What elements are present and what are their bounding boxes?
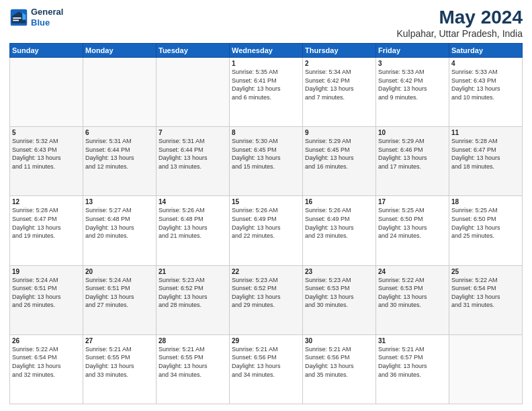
day-number: 22	[232, 268, 300, 275]
day-number: 25	[451, 268, 520, 275]
day-number: 3	[378, 60, 447, 67]
day-details: Sunrise: 5:29 AM Sunset: 6:45 PM Dayligh…	[305, 137, 373, 171]
day-details: Sunrise: 5:31 AM Sunset: 6:44 PM Dayligh…	[159, 137, 227, 171]
day-cell: 28Sunrise: 5:21 AM Sunset: 6:55 PM Dayli…	[157, 334, 230, 404]
day-cell: 19Sunrise: 5:24 AM Sunset: 6:51 PM Dayli…	[10, 265, 83, 334]
day-number: 9	[305, 129, 373, 136]
day-details: Sunrise: 5:22 AM Sunset: 6:54 PM Dayligh…	[12, 345, 81, 379]
day-number: 7	[159, 129, 227, 136]
day-cell: 30Sunrise: 5:21 AM Sunset: 6:56 PM Dayli…	[303, 334, 376, 404]
day-details: Sunrise: 5:29 AM Sunset: 6:46 PM Dayligh…	[378, 137, 447, 171]
day-number: 8	[232, 129, 300, 136]
day-number: 12	[12, 198, 81, 205]
day-cell: 2Sunrise: 5:34 AM Sunset: 6:42 PM Daylig…	[303, 58, 376, 127]
svg-rect-4	[13, 19, 19, 21]
day-details: Sunrise: 5:21 AM Sunset: 6:55 PM Dayligh…	[159, 345, 227, 379]
day-details: Sunrise: 5:21 AM Sunset: 6:57 PM Dayligh…	[378, 345, 447, 379]
day-details: Sunrise: 5:24 AM Sunset: 6:51 PM Dayligh…	[85, 276, 154, 310]
logo-text: General Blue	[31, 7, 63, 28]
day-cell: 14Sunrise: 5:26 AM Sunset: 6:48 PM Dayli…	[157, 196, 230, 265]
day-number: 15	[232, 198, 300, 205]
col-tuesday: Tuesday	[157, 44, 230, 58]
day-cell: 27Sunrise: 5:21 AM Sunset: 6:55 PM Dayli…	[83, 334, 157, 404]
col-thursday: Thursday	[303, 44, 376, 58]
day-cell: 9Sunrise: 5:29 AM Sunset: 6:45 PM Daylig…	[303, 127, 376, 196]
day-number: 20	[85, 268, 154, 275]
day-number: 4	[451, 60, 520, 67]
day-number: 31	[378, 337, 447, 345]
day-details: Sunrise: 5:23 AM Sunset: 6:53 PM Dayligh…	[305, 276, 373, 310]
day-details: Sunrise: 5:22 AM Sunset: 6:54 PM Dayligh…	[451, 276, 520, 310]
day-details: Sunrise: 5:35 AM Sunset: 6:41 PM Dayligh…	[232, 68, 300, 101]
day-cell: 3Sunrise: 5:33 AM Sunset: 6:42 PM Daylig…	[376, 58, 449, 127]
day-details: Sunrise: 5:31 AM Sunset: 6:44 PM Dayligh…	[85, 137, 154, 171]
day-details: Sunrise: 5:30 AM Sunset: 6:45 PM Dayligh…	[232, 137, 300, 171]
day-details: Sunrise: 5:21 AM Sunset: 6:55 PM Dayligh…	[85, 345, 154, 379]
day-cell	[83, 58, 157, 127]
day-number: 24	[378, 268, 447, 275]
day-cell: 5Sunrise: 5:32 AM Sunset: 6:43 PM Daylig…	[10, 127, 83, 196]
logo-icon	[9, 8, 28, 27]
day-cell: 26Sunrise: 5:22 AM Sunset: 6:54 PM Dayli…	[10, 334, 83, 404]
day-number: 30	[305, 337, 373, 345]
day-details: Sunrise: 5:26 AM Sunset: 6:48 PM Dayligh…	[159, 206, 227, 240]
day-cell: 24Sunrise: 5:22 AM Sunset: 6:53 PM Dayli…	[376, 265, 449, 334]
week-row-4: 19Sunrise: 5:24 AM Sunset: 6:51 PM Dayli…	[10, 265, 523, 334]
day-details: Sunrise: 5:34 AM Sunset: 6:42 PM Dayligh…	[305, 68, 373, 101]
day-cell: 16Sunrise: 5:26 AM Sunset: 6:49 PM Dayli…	[303, 196, 376, 265]
day-details: Sunrise: 5:21 AM Sunset: 6:56 PM Dayligh…	[305, 345, 373, 379]
day-cell: 25Sunrise: 5:22 AM Sunset: 6:54 PM Dayli…	[449, 265, 523, 334]
day-details: Sunrise: 5:26 AM Sunset: 6:49 PM Dayligh…	[305, 206, 373, 240]
day-cell: 23Sunrise: 5:23 AM Sunset: 6:53 PM Dayli…	[303, 265, 376, 334]
week-row-1: 1Sunrise: 5:35 AM Sunset: 6:41 PM Daylig…	[10, 58, 523, 127]
day-cell: 12Sunrise: 5:28 AM Sunset: 6:47 PM Dayli…	[10, 196, 83, 265]
day-cell: 22Sunrise: 5:23 AM Sunset: 6:52 PM Dayli…	[230, 265, 303, 334]
day-cell	[10, 58, 83, 127]
col-saturday: Saturday	[449, 44, 523, 58]
day-details: Sunrise: 5:25 AM Sunset: 6:50 PM Dayligh…	[378, 206, 447, 240]
day-cell: 8Sunrise: 5:30 AM Sunset: 6:45 PM Daylig…	[230, 127, 303, 196]
day-cell: 4Sunrise: 5:33 AM Sunset: 6:43 PM Daylig…	[449, 58, 523, 127]
title-block: May 2024 Kulpahar, Uttar Pradesh, India	[396, 7, 523, 39]
day-number: 18	[451, 198, 520, 205]
week-row-2: 5Sunrise: 5:32 AM Sunset: 6:43 PM Daylig…	[10, 127, 523, 196]
col-monday: Monday	[83, 44, 157, 58]
day-cell: 6Sunrise: 5:31 AM Sunset: 6:44 PM Daylig…	[83, 127, 157, 196]
day-details: Sunrise: 5:25 AM Sunset: 6:50 PM Dayligh…	[451, 206, 520, 240]
day-details: Sunrise: 5:28 AM Sunset: 6:47 PM Dayligh…	[451, 137, 520, 171]
day-cell: 17Sunrise: 5:25 AM Sunset: 6:50 PM Dayli…	[376, 196, 449, 265]
day-details: Sunrise: 5:33 AM Sunset: 6:42 PM Dayligh…	[378, 68, 447, 101]
day-cell: 21Sunrise: 5:23 AM Sunset: 6:52 PM Dayli…	[157, 265, 230, 334]
day-cell: 20Sunrise: 5:24 AM Sunset: 6:51 PM Dayli…	[83, 265, 157, 334]
logo: General Blue	[9, 7, 63, 28]
day-number: 26	[12, 337, 81, 345]
day-number: 23	[305, 268, 373, 275]
calendar-table: Sunday Monday Tuesday Wednesday Thursday…	[9, 43, 523, 404]
day-number: 5	[12, 129, 81, 136]
day-details: Sunrise: 5:23 AM Sunset: 6:52 PM Dayligh…	[159, 276, 227, 310]
day-cell	[157, 58, 230, 127]
day-cell: 18Sunrise: 5:25 AM Sunset: 6:50 PM Dayli…	[449, 196, 523, 265]
day-details: Sunrise: 5:32 AM Sunset: 6:43 PM Dayligh…	[12, 137, 81, 171]
day-number: 19	[12, 268, 81, 275]
day-cell: 11Sunrise: 5:28 AM Sunset: 6:47 PM Dayli…	[449, 127, 523, 196]
day-details: Sunrise: 5:21 AM Sunset: 6:56 PM Dayligh…	[232, 345, 300, 379]
day-number: 6	[85, 129, 154, 136]
col-friday: Friday	[376, 44, 449, 58]
week-row-5: 26Sunrise: 5:22 AM Sunset: 6:54 PM Dayli…	[10, 334, 523, 404]
day-number: 27	[85, 337, 154, 345]
day-details: Sunrise: 5:26 AM Sunset: 6:49 PM Dayligh…	[232, 206, 300, 240]
day-details: Sunrise: 5:22 AM Sunset: 6:53 PM Dayligh…	[378, 276, 447, 310]
day-number: 21	[159, 268, 227, 275]
day-cell: 1Sunrise: 5:35 AM Sunset: 6:41 PM Daylig…	[230, 58, 303, 127]
day-cell: 13Sunrise: 5:27 AM Sunset: 6:48 PM Dayli…	[83, 196, 157, 265]
day-details: Sunrise: 5:23 AM Sunset: 6:52 PM Dayligh…	[232, 276, 300, 310]
day-number: 11	[451, 129, 520, 136]
col-wednesday: Wednesday	[230, 44, 303, 58]
day-number: 17	[378, 198, 447, 205]
day-cell: 29Sunrise: 5:21 AM Sunset: 6:56 PM Dayli…	[230, 334, 303, 404]
day-number: 14	[159, 198, 227, 205]
day-cell	[449, 334, 523, 404]
day-number: 13	[85, 198, 154, 205]
day-cell: 10Sunrise: 5:29 AM Sunset: 6:46 PM Dayli…	[376, 127, 449, 196]
